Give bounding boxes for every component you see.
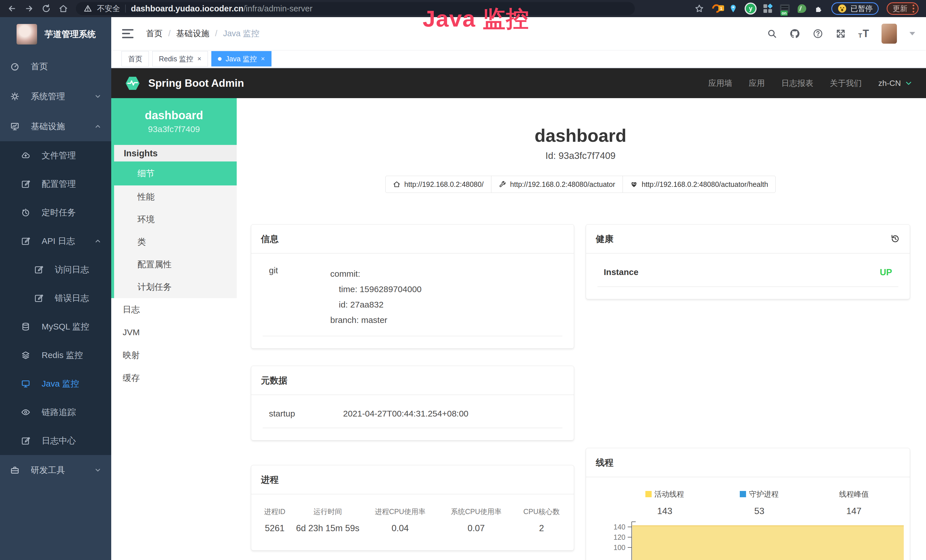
page-title: dashboard <box>251 127 910 145</box>
heart-pulse-icon <box>630 180 638 188</box>
sidebar-item-java-monitor[interactable]: Java 监控 <box>0 369 111 398</box>
active-tab-dot <box>218 57 222 61</box>
tag-tab-bar: 首页 Redis 监控 × Java 监控 × <box>111 50 926 68</box>
threads-card-header: 线程 <box>586 448 910 477</box>
info-card: 信息 git commit: time: 1596289704000 id: 2… <box>251 224 574 349</box>
sba-item-jvm[interactable]: JVM <box>111 321 237 344</box>
sba-item-environment[interactable]: 环境 <box>114 208 237 230</box>
sba-nav-wallboard[interactable]: 应用墙 <box>708 79 732 87</box>
sba-item-caches[interactable]: 缓存 <box>111 366 237 389</box>
update-button[interactable]: 更新 <box>887 2 918 15</box>
database-icon <box>21 322 30 331</box>
log-edit-icon <box>21 236 30 246</box>
sba-item-details[interactable]: 细节 <box>114 162 237 185</box>
sidebar-item-file-management[interactable]: 文件管理 <box>0 141 111 170</box>
chevron-up-icon <box>94 123 101 130</box>
threads-area-chart: 140 120 100 <box>586 520 910 560</box>
sidebar-item-mysql-monitor[interactable]: MySQL 监控 <box>0 312 111 341</box>
sidebar-item-infrastructure[interactable]: 基础设施 <box>0 111 111 141</box>
page-url: dashboard.yudao.iocoder.cn/infra/admin-s… <box>131 5 313 13</box>
sba-nav-applications[interactable]: 应用 <box>749 79 765 87</box>
sidebar-item-error-logs[interactable]: 错误日志 <box>0 284 111 312</box>
close-icon[interactable]: × <box>261 55 265 62</box>
bookmark-star-icon[interactable] <box>694 4 704 14</box>
surprised-face-icon <box>837 4 847 14</box>
security-label: 不安全 <box>97 5 120 12</box>
sba-item-classes[interactable]: 类 <box>114 230 237 253</box>
user-menu-caret-icon[interactable] <box>909 32 915 35</box>
sba-nav: 应用墙 应用 日志报表 关于我们 zh-CN <box>708 79 913 88</box>
browser-menu-icon[interactable] <box>912 5 914 12</box>
chevron-down-icon <box>94 93 101 100</box>
tab-home[interactable]: 首页 <box>121 51 149 67</box>
browser-back-button[interactable] <box>8 4 17 13</box>
sba-language-select[interactable]: zh-CN <box>878 79 913 88</box>
process-table: 进程ID 运行时间 进程CPU使用率 系统CPU使用率 CPU核心数 5261 … <box>251 494 574 550</box>
browser-forward-button[interactable] <box>24 4 34 13</box>
history-restore-icon[interactable] <box>890 234 900 244</box>
avatar[interactable] <box>882 24 897 44</box>
extension-on-icon[interactable]: on <box>780 4 790 13</box>
extension-y-icon[interactable]: y <box>746 4 755 14</box>
sba-body: dashboard 93a3fc7f7409 Insights 细节 性能 环境… <box>111 98 926 560</box>
insights-group: Insights 细节 性能 环境 类 配置属性 计划任务 <box>111 145 237 298</box>
instance-header[interactable]: dashboard 93a3fc7f7409 <box>111 98 237 145</box>
git-branch-line: branch: master <box>330 312 556 328</box>
text-size-icon[interactable]: TT <box>858 29 869 39</box>
github-icon[interactable] <box>790 28 800 39</box>
address-divider <box>125 5 126 12</box>
fullscreen-icon[interactable] <box>835 29 846 39</box>
sba-nav-about[interactable]: 关于我们 <box>830 79 862 87</box>
sba-nav-journal[interactable]: 日志报表 <box>781 79 813 87</box>
tab-java-monitor[interactable]: Java 监控 × <box>211 51 271 67</box>
breadcrumb-home[interactable]: 首页 <box>146 29 163 38</box>
admin-sidebar: 芋道管理系统 首页 系统管理 基础设施 文件管理 配置管理 定时任务 API 日… <box>0 17 111 560</box>
sba-item-mappings[interactable]: 映射 <box>111 344 237 366</box>
sidebar-item-config-management[interactable]: 配置管理 <box>0 170 111 198</box>
sidebar-item-redis-monitor[interactable]: Redis 监控 <box>0 341 111 369</box>
browser-reload-button[interactable] <box>42 4 51 13</box>
sidebar-item-home[interactable]: 首页 <box>0 51 111 81</box>
sidebar-item-scheduled-tasks[interactable]: 定时任务 <box>0 198 111 227</box>
sba-logo-icon <box>124 75 141 92</box>
sidebar-item-log-center[interactable]: 日志中心 <box>0 427 111 455</box>
breadcrumb-infrastructure[interactable]: 基础设施 <box>176 29 209 38</box>
threads-card: 线程 活动线程 守护进程 线程峰值 <box>586 448 910 560</box>
actuator-url-button[interactable]: http://192.168.0.2:48080/actuator <box>491 176 623 193</box>
process-uptime-value: 6d 23h 15m 59s <box>294 524 361 533</box>
sba-item-logs[interactable]: 日志 <box>111 298 237 321</box>
sidebar-item-access-logs[interactable]: 访问日志 <box>0 255 111 284</box>
sba-item-scheduled-tasks[interactable]: 计划任务 <box>114 275 237 298</box>
extension-puzzle-icon[interactable] <box>814 4 823 13</box>
sidebar-item-dev-tools[interactable]: 研发工具 <box>0 455 111 485</box>
help-icon[interactable] <box>813 29 823 39</box>
wrench-icon <box>499 180 506 188</box>
browser-home-button[interactable] <box>59 4 68 13</box>
service-url-button[interactable]: http://192.168.0.2:48080/ <box>385 176 492 193</box>
sidebar-item-api-logs[interactable]: API 日志 <box>0 227 111 255</box>
extension-grid-icon[interactable] <box>763 4 772 13</box>
search-icon[interactable] <box>767 29 777 38</box>
process-card-header: 进程 <box>251 465 574 494</box>
sba-item-metrics[interactable]: 性能 <box>114 185 237 208</box>
threads-legend: 活动线程 守护进程 线程峰值 143 53 147 <box>586 477 910 516</box>
legend-live-threads: 活动线程 <box>617 490 712 498</box>
tab-redis-monitor[interactable]: Redis 监控 × <box>152 51 208 67</box>
sba-item-config-props[interactable]: 配置属性 <box>114 253 237 275</box>
insights-group-header: Insights <box>114 145 237 162</box>
ytick-140: 140 <box>613 523 625 531</box>
address-bar[interactable]: 不安全 dashboard.yudao.iocoder.cn/infra/adm… <box>76 2 635 15</box>
breadcrumb: 首页 / 基础设施 / Java 监控 <box>146 29 259 38</box>
close-icon[interactable]: × <box>197 55 201 62</box>
sidebar-item-tracing[interactable]: 链路追踪 <box>0 398 111 427</box>
extension-colorzilla-icon[interactable]: 1 <box>710 3 722 15</box>
paused-badge[interactable]: 已暂停 <box>831 2 879 15</box>
status-up-badge: UP <box>880 268 892 277</box>
extension-leaf-icon[interactable] <box>798 4 806 13</box>
sidebar-item-system[interactable]: 系统管理 <box>0 81 111 111</box>
sidebar-toggle-icon[interactable] <box>122 29 133 38</box>
extension-pin-icon[interactable] <box>729 4 738 13</box>
health-url-button[interactable]: http://192.168.0.2:48080/actuator/health <box>623 176 776 193</box>
info-card-header: 信息 <box>251 224 574 254</box>
process-cpu-value: 0.04 <box>361 524 439 533</box>
